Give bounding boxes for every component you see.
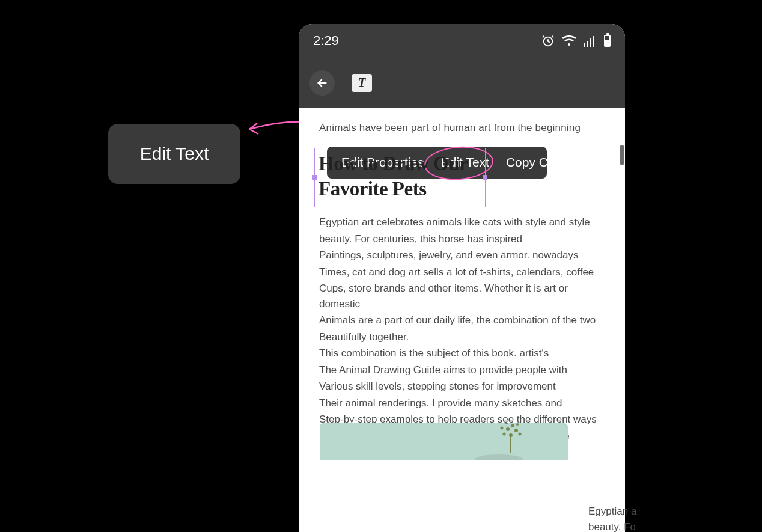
callout-label: Edit Text	[140, 144, 209, 164]
body-line: Beautifully together.	[319, 329, 605, 345]
svg-point-7	[514, 429, 518, 432]
svg-point-10	[516, 423, 519, 426]
svg-point-5	[506, 427, 510, 431]
body-line: Animals are a part of our daily life, th…	[319, 313, 605, 328]
document-page: Animals have been part of human art from…	[299, 108, 625, 460]
next-page-text-fragment: Egyptian a beauty. Fo	[588, 504, 762, 532]
body-line: This combination is the subject of this …	[319, 346, 605, 361]
text-tool-button[interactable]: T	[352, 74, 372, 92]
phone-screenshot: 2:29 T Animals have been part of human	[299, 24, 625, 532]
fragment-line: Egyptian a	[588, 504, 762, 519]
status-icons	[541, 34, 611, 47]
arrow-left-icon	[315, 76, 329, 90]
selected-text-frame[interactable]: How to Draw Our Favorite Pets	[314, 148, 486, 208]
svg-point-13	[505, 423, 508, 424]
body-line: The Animal Drawing Guide aims to provide…	[319, 362, 605, 378]
back-button[interactable]	[309, 70, 335, 96]
svg-rect-2	[587, 41, 588, 47]
selection-handle-left[interactable]	[312, 175, 317, 180]
scrollbar-thumb[interactable]	[620, 145, 624, 165]
svg-point-12	[519, 432, 522, 435]
body-line: Various skill levels, stepping stones fo…	[319, 379, 605, 394]
body-line: Their animal renderings. I provide many …	[319, 396, 605, 411]
svg-rect-4	[593, 36, 594, 47]
svg-point-15	[475, 454, 523, 460]
body-line: Cups, store brands and other items. Whet…	[319, 281, 605, 311]
signal-icon	[584, 35, 597, 47]
app-bar: T	[299, 57, 625, 108]
page-heading: How to Draw Our Favorite Pets	[319, 151, 479, 203]
plant-illustration	[442, 423, 550, 460]
more-icon	[597, 156, 600, 168]
svg-point-11	[501, 426, 504, 429]
body-line: Paintings, sculptures, jewelry, and even…	[319, 248, 605, 263]
edit-text-callout: Edit Text	[108, 124, 240, 184]
type-icon: T	[358, 76, 365, 90]
alarm-icon	[541, 34, 555, 47]
image-card	[320, 423, 568, 460]
next-page-peek	[604, 145, 625, 471]
svg-point-6	[511, 424, 514, 427]
intro-line: Animals have been part of human art from…	[319, 120, 605, 136]
fragment-line: beauty. Fo	[588, 519, 762, 533]
wifi-icon	[562, 35, 576, 47]
status-time: 2:29	[313, 33, 339, 49]
body-line: beauty. For centuries, this horse has in…	[319, 231, 605, 247]
svg-rect-3	[590, 38, 591, 47]
svg-rect-14	[510, 435, 511, 453]
body-line: Egyptian art celebrates animals like cat…	[319, 215, 605, 230]
battery-icon	[604, 35, 611, 47]
copy-content-item[interactable]: Copy Content	[498, 153, 591, 172]
body-line: Times, cat and dog art sells a lot of t-…	[319, 264, 605, 280]
selection-handle-right[interactable]	[483, 175, 487, 180]
svg-point-8	[503, 432, 506, 435]
status-bar: 2:29	[299, 24, 625, 57]
svg-rect-1	[584, 43, 585, 47]
